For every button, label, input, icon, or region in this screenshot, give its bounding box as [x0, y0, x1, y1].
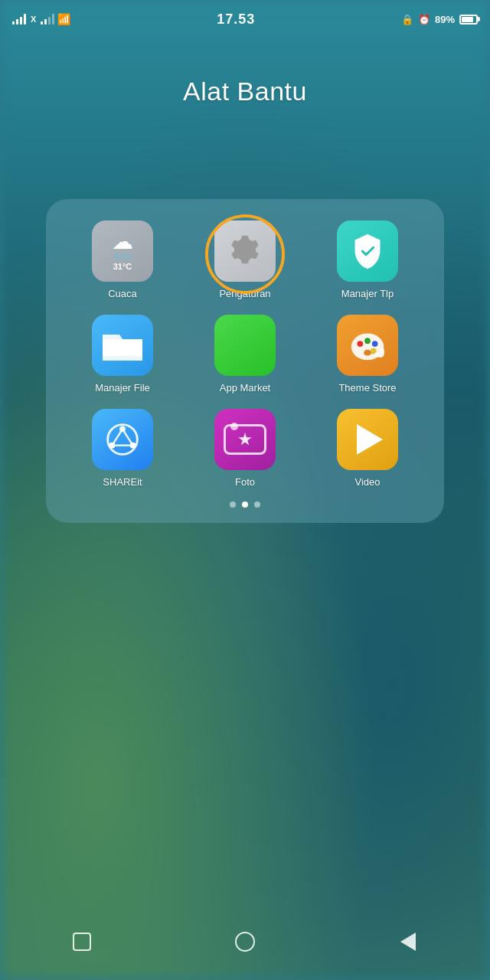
app-item-app-market[interactable]: App Market [184, 315, 306, 394]
video-icon [337, 409, 398, 470]
lock-icon: 🔒 [401, 14, 413, 25]
svg-point-5 [364, 350, 371, 356]
svg-point-2 [364, 338, 371, 344]
signal-bar [52, 14, 54, 24]
manajer-file-icon [92, 315, 153, 376]
weather-content: ☁ 31°C [112, 220, 133, 282]
shareit-svg [100, 417, 145, 462]
dot-3 [254, 501, 260, 508]
pengaturan-label: Pengaturan [219, 288, 270, 299]
manajer-tlp-icon [337, 220, 398, 282]
app-item-pengaturan[interactable]: Pengaturan [184, 220, 306, 299]
foto-content [224, 409, 266, 470]
theme-store-icon [337, 315, 398, 376]
app-item-manajer-tlp[interactable]: Manajer Tlp [306, 220, 429, 299]
cuaca-icon: ☁ 31°C [92, 220, 153, 282]
signal-bar [16, 19, 18, 24]
theme-store-label: Theme Store [338, 382, 396, 394]
palette-svg [345, 323, 390, 368]
svg-line-10 [112, 429, 122, 445]
pengaturan-icon [214, 220, 276, 282]
signal-bars-2 [41, 14, 54, 24]
signal-bar [41, 21, 43, 24]
status-left: X 📶 [12, 13, 70, 25]
signal-bar [48, 17, 51, 24]
battery-fill [462, 17, 473, 22]
signal-bar [24, 14, 26, 24]
back-icon [400, 933, 416, 951]
rain-dot [115, 254, 118, 259]
shield-svg [351, 233, 384, 270]
app-folder: ☁ 31°C Cuaca Pengaturan [46, 199, 444, 523]
clock: 17.53 [217, 11, 255, 28]
app-item-shareit[interactable]: SHAREit [61, 409, 184, 488]
temperature-text: 31°C [113, 262, 132, 271]
app-item-cuaca[interactable]: ☁ 31°C Cuaca [61, 220, 184, 299]
foto-dot [230, 423, 238, 430]
signal-bars-1 [12, 14, 26, 24]
back-button[interactable] [391, 925, 425, 959]
signal-bar [12, 21, 15, 24]
svg-point-1 [357, 341, 363, 347]
manajer-tlp-label: Manajer Tlp [341, 288, 394, 299]
app-item-manajer-file[interactable]: Manajer File [61, 315, 184, 394]
alarm-icon: ⏰ [418, 14, 430, 25]
signal-bar [44, 19, 47, 24]
home-icon [235, 932, 255, 952]
page-title: Alat Bantu [0, 77, 490, 106]
recent-apps-button[interactable] [65, 925, 99, 959]
status-right: 🔒 ⏰ 89% [401, 14, 478, 25]
wifi-icon: 📶 [57, 13, 70, 25]
rain-dot [121, 254, 124, 259]
x-indicator: X [31, 15, 36, 24]
foto-inner [224, 424, 266, 455]
rain-dots [115, 254, 130, 259]
cuaca-label: Cuaca [108, 288, 137, 299]
cloud-icon: ☁ [112, 231, 133, 253]
app-item-foto[interactable]: Foto [184, 409, 306, 488]
status-bar: X 📶 17.53 🔒 ⏰ 89% [0, 0, 490, 38]
share-content [100, 409, 145, 470]
app-item-video[interactable]: Video [306, 409, 429, 488]
foto-star [238, 433, 252, 446]
shareit-label: SHAREit [103, 476, 142, 488]
play-icon [357, 424, 383, 455]
shareit-icon [92, 409, 153, 470]
foto-icon [214, 409, 276, 470]
dot-2-active [242, 501, 248, 508]
svg-point-3 [372, 341, 378, 347]
foto-label: Foto [235, 476, 255, 488]
manajer-file-label: Manajer File [95, 382, 150, 394]
video-label: Video [354, 476, 380, 488]
app-market-label: App Market [220, 382, 270, 394]
dot-1 [230, 501, 236, 508]
home-button[interactable] [228, 925, 262, 959]
app-market-icon [214, 315, 276, 376]
dots-indicator [61, 501, 429, 508]
signal-bar [20, 17, 22, 24]
bottom-nav [0, 919, 490, 965]
battery-percent: 89% [435, 14, 455, 25]
market-grid [232, 332, 258, 358]
rain-dot [127, 254, 130, 259]
gear-svg [227, 233, 263, 270]
battery-icon [459, 15, 478, 24]
recent-apps-icon [73, 933, 91, 951]
svg-line-11 [122, 429, 133, 445]
battery [459, 15, 478, 24]
folder-svg [100, 327, 145, 364]
app-item-theme-store[interactable]: Theme Store [306, 315, 429, 394]
app-grid: ☁ 31°C Cuaca Pengaturan [61, 220, 429, 488]
